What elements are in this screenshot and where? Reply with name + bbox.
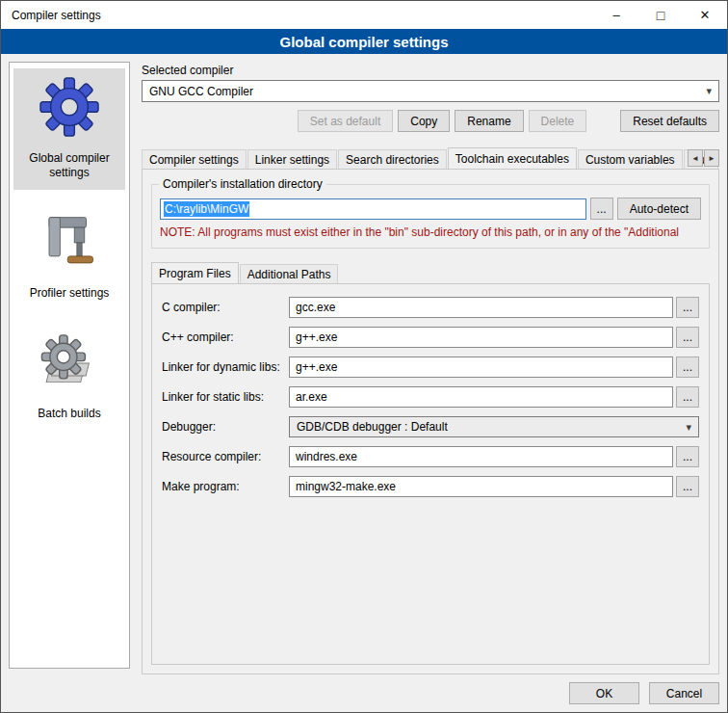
field-label: Debugger: bbox=[162, 420, 289, 434]
compiler-select[interactable]: GNU GCC Compiler ▾ bbox=[142, 80, 719, 102]
rename-button[interactable]: Rename bbox=[455, 110, 523, 132]
compiler-select-value: GNU GCC Compiler bbox=[149, 85, 253, 98]
static-linker-input[interactable]: ar.exe bbox=[289, 386, 673, 408]
browse-static-linker-button[interactable]: ... bbox=[676, 386, 699, 408]
field-value: GDB/CDB debugger : Default bbox=[297, 420, 448, 434]
program-files-panel: C compiler: gcc.exe ... C++ compiler: g+… bbox=[151, 283, 710, 665]
bin-subdirectory-note: NOTE: All programs must exist either in … bbox=[160, 225, 701, 239]
selected-path-text: C:\raylib\MinGW bbox=[164, 201, 249, 217]
field-value: g++.exe bbox=[296, 360, 337, 374]
tab-compiler-settings[interactable]: Compiler settings bbox=[142, 149, 247, 169]
dialog-footer: OK Cancel bbox=[142, 674, 719, 704]
form-row-static-linker: Linker for static libs: ar.exe ... bbox=[162, 386, 699, 408]
tab-scroll-left-icon[interactable]: ◄ bbox=[688, 149, 703, 167]
dynamic-linker-input[interactable]: g++.exe bbox=[289, 356, 673, 378]
window-title: Compiler settings bbox=[1, 9, 101, 22]
tab-program-files[interactable]: Program Files bbox=[151, 262, 239, 283]
installation-directory-label: Compiler's installation directory bbox=[159, 177, 326, 191]
selected-compiler-label: Selected compiler bbox=[142, 64, 719, 77]
settings-category-list: Global compiler settings Profiler settin… bbox=[9, 62, 130, 669]
window-controls: – □ ✕ bbox=[594, 1, 727, 29]
compiler-action-buttons: Set as default Copy Rename Delete Reset … bbox=[142, 110, 719, 132]
form-row-make-program: Make program: mingw32-make.exe ... bbox=[162, 476, 699, 497]
browse-cpp-compiler-button[interactable]: ... bbox=[676, 327, 699, 348]
set-as-default-button[interactable]: Set as default bbox=[298, 110, 393, 132]
c-compiler-input[interactable]: gcc.exe bbox=[289, 297, 673, 318]
tab-search-directories[interactable]: Search directories bbox=[338, 149, 447, 169]
sidebar-item-label: Batch builds bbox=[38, 407, 100, 421]
field-label: Resource compiler: bbox=[162, 450, 289, 463]
chevron-down-icon: ▾ bbox=[680, 421, 691, 434]
dialog-content: Global compiler settings Profiler settin… bbox=[1, 54, 727, 712]
reset-defaults-button[interactable]: Reset defaults bbox=[620, 110, 719, 132]
profiler-tool-icon bbox=[42, 211, 96, 273]
installation-directory-input[interactable]: C:\raylib\MinGW bbox=[160, 198, 586, 220]
make-program-input[interactable]: mingw32-make.exe bbox=[289, 476, 673, 497]
sidebar-item-label: Profiler settings bbox=[30, 286, 110, 301]
maximize-button[interactable]: □ bbox=[638, 1, 683, 29]
tab-additional-paths[interactable]: Additional Paths bbox=[240, 264, 339, 283]
cpp-compiler-input[interactable]: g++.exe bbox=[289, 327, 673, 348]
sidebar-item-label: Global compiler settings bbox=[15, 151, 123, 180]
gray-gear-stack-icon bbox=[40, 331, 98, 393]
sidebar-item-global-compiler-settings[interactable]: Global compiler settings bbox=[13, 68, 125, 190]
form-row-c-compiler: C compiler: gcc.exe ... bbox=[162, 297, 699, 318]
sidebar-item-batch-builds[interactable]: Batch builds bbox=[13, 324, 125, 431]
form-row-dynamic-linker: Linker for dynamic libs: g++.exe ... bbox=[162, 356, 699, 378]
tab-linker-settings[interactable]: Linker settings bbox=[247, 149, 337, 169]
tab-scroll-buttons: ◄ ► bbox=[688, 149, 719, 167]
browse-c-compiler-button[interactable]: ... bbox=[676, 297, 699, 318]
settings-tabstrip: Compiler settings Linker settings Search… bbox=[142, 146, 719, 169]
toolchain-executables-panel: Compiler's installation directory C:\ray… bbox=[142, 169, 719, 674]
installation-directory-group: Compiler's installation directory C:\ray… bbox=[151, 184, 710, 249]
delete-button[interactable]: Delete bbox=[529, 110, 587, 132]
field-value: gcc.exe bbox=[296, 301, 335, 314]
field-label: C compiler: bbox=[162, 301, 289, 314]
browse-resource-compiler-button[interactable]: ... bbox=[676, 446, 699, 467]
form-row-resource-compiler: Resource compiler: windres.exe ... bbox=[162, 446, 699, 467]
form-row-debugger: Debugger: GDB/CDB debugger : Default ▾ bbox=[162, 416, 699, 437]
titlebar: Compiler settings – □ ✕ bbox=[1, 1, 727, 29]
field-value: windres.exe bbox=[296, 450, 357, 463]
tab-custom-variables[interactable]: Custom variables bbox=[578, 149, 683, 169]
chevron-down-icon: ▾ bbox=[700, 85, 712, 97]
tab-toolchain-executables[interactable]: Toolchain executables bbox=[448, 147, 577, 169]
copy-button[interactable]: Copy bbox=[398, 110, 450, 132]
field-value: g++.exe bbox=[296, 330, 337, 344]
field-label: Linker for static libs: bbox=[162, 390, 289, 404]
auto-detect-button[interactable]: Auto-detect bbox=[617, 198, 701, 220]
field-label: Make program: bbox=[162, 480, 289, 493]
browse-directory-button[interactable]: ... bbox=[590, 198, 613, 220]
browse-dynamic-linker-button[interactable]: ... bbox=[676, 356, 699, 378]
ok-button[interactable]: OK bbox=[569, 682, 639, 704]
program-files-tabstrip: Program Files Additional Paths bbox=[151, 261, 710, 283]
resource-compiler-input[interactable]: windres.exe bbox=[289, 446, 673, 467]
main-panel: Selected compiler GNU GCC Compiler ▾ Set… bbox=[142, 62, 719, 674]
installation-directory-row: C:\raylib\MinGW ... Auto-detect bbox=[160, 198, 701, 220]
close-button[interactable]: ✕ bbox=[683, 1, 727, 29]
field-label: Linker for dynamic libs: bbox=[162, 360, 289, 374]
browse-make-program-button[interactable]: ... bbox=[676, 476, 699, 497]
field-label: C++ compiler: bbox=[162, 330, 289, 344]
sidebar-item-profiler-settings[interactable]: Profiler settings bbox=[13, 203, 125, 310]
compiler-settings-window: Compiler settings – □ ✕ Global compiler … bbox=[0, 0, 728, 713]
cancel-button[interactable]: Cancel bbox=[649, 682, 719, 704]
minimize-button[interactable]: – bbox=[594, 1, 638, 29]
page-title: Global compiler settings bbox=[1, 29, 727, 54]
form-row-cpp-compiler: C++ compiler: g++.exe ... bbox=[162, 327, 699, 348]
debugger-select[interactable]: GDB/CDB debugger : Default ▾ bbox=[289, 416, 699, 437]
main-column: Selected compiler GNU GCC Compiler ▾ Set… bbox=[142, 62, 719, 704]
field-value: mingw32-make.exe bbox=[296, 480, 396, 493]
field-value: ar.exe bbox=[296, 390, 327, 404]
blue-gear-icon bbox=[39, 76, 99, 138]
tab-scroll-right-icon[interactable]: ► bbox=[704, 149, 719, 167]
